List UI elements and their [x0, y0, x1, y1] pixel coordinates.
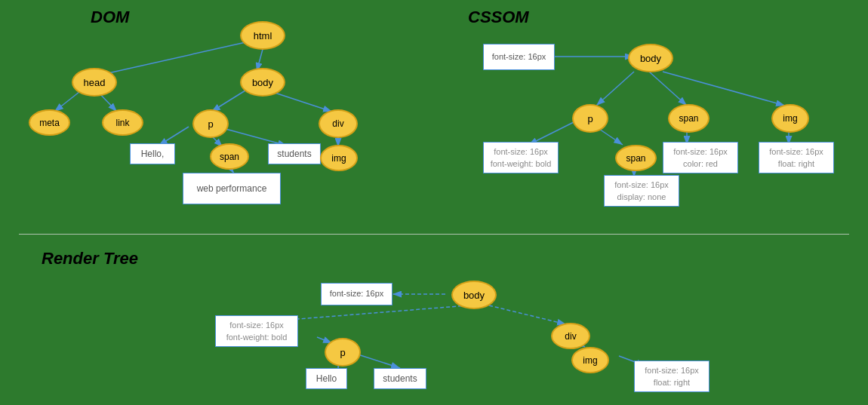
svg-line-6 — [211, 91, 245, 112]
section-divider — [19, 234, 849, 235]
render-font-bold-rect: font-size: 16pxfont-weight: bold — [215, 315, 298, 347]
render-float-right-rect: font-size: 16pxfloat: right — [634, 361, 709, 392]
cssom-span-node: span — [668, 104, 709, 133]
svg-line-7 — [268, 91, 332, 112]
svg-line-14 — [596, 72, 634, 106]
cssom-p-node: p — [572, 104, 608, 133]
render-font-size-top: font-size: 16px — [321, 283, 392, 305]
cssom-img-node: img — [771, 104, 809, 133]
svg-line-24 — [489, 305, 566, 324]
cssom-img-styles: font-size: 16pxfloat: right — [759, 142, 834, 173]
render-hello-text: Hello — [306, 368, 347, 389]
dom-img-node: img — [320, 145, 358, 171]
dom-title: DOM — [91, 8, 129, 27]
render-body-node: body — [451, 281, 497, 309]
cssom-body-node: body — [628, 44, 673, 72]
cssom-title: CSSOM — [468, 8, 529, 27]
cssom-p-styles: font-size: 16pxfont-weight: bold — [483, 142, 559, 173]
dom-p-node: p — [192, 109, 229, 138]
cssom-span-styles: font-size: 16pxcolor: red — [663, 142, 738, 173]
arrows-svg — [0, 0, 868, 405]
render-tree-title: Render Tree — [42, 249, 138, 268]
dom-html-node: html — [240, 21, 285, 50]
svg-line-2 — [98, 41, 249, 75]
svg-line-23 — [279, 305, 468, 321]
render-students-text: students — [374, 368, 426, 389]
dom-web-performance-text: web performance — [183, 173, 281, 204]
dom-span-node: span — [210, 143, 249, 170]
dom-div-node: div — [319, 109, 358, 138]
cssom-root-style: font-size: 16px — [483, 44, 555, 70]
dom-students-text: students — [268, 143, 321, 164]
dom-head-node: head — [72, 68, 117, 97]
render-img-node: img — [571, 347, 609, 373]
render-p-node: p — [325, 338, 361, 367]
diagram-container: DOM CSSOM Render Tree html head body met… — [0, 0, 868, 405]
render-div-node: div — [551, 323, 590, 349]
dom-hello-text: Hello, — [130, 143, 175, 164]
dom-link-node: link — [102, 109, 143, 136]
cssom-span-child-styles: font-size: 16pxdisplay: none — [604, 175, 679, 207]
dom-body-node: body — [240, 68, 285, 97]
dom-meta-node: meta — [29, 109, 70, 136]
cssom-span-child-node: span — [615, 145, 657, 171]
